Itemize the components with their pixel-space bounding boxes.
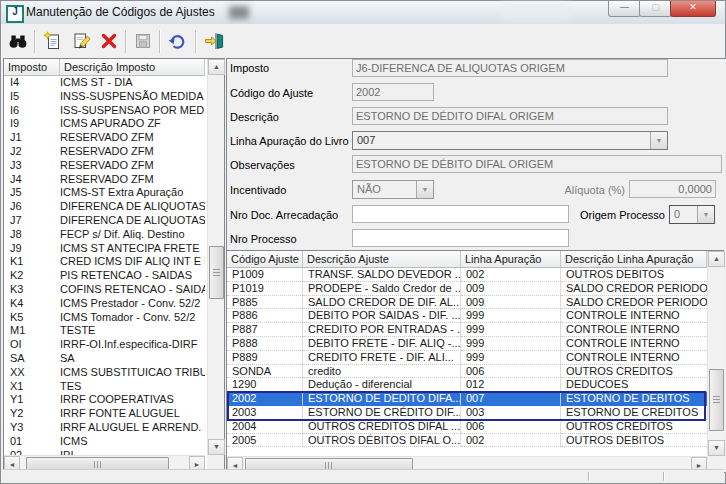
scroll-up-button[interactable]: ▲ xyxy=(708,251,725,267)
minimize-button[interactable]: — xyxy=(608,1,641,17)
grid-column-descricao-ajuste[interactable]: Descrição Ajuste xyxy=(303,251,461,268)
tax-code-cell: X1 xyxy=(4,380,60,394)
chevron-down-icon[interactable]: ▼ xyxy=(697,206,714,223)
tax-list-row[interactable]: 01ICMS xyxy=(4,435,205,449)
grid-cell-descricao_linha: ESTORNO DE CREDITOS xyxy=(561,406,707,420)
imposto-field[interactable] xyxy=(352,59,668,77)
grid-cell-linha: 009 xyxy=(461,296,561,310)
chevron-down-icon[interactable]: ▼ xyxy=(416,181,433,198)
tax-list-column-descricao[interactable]: Descrição Imposto xyxy=(60,59,205,76)
grid-row[interactable]: P1009TRANSF. SALDO DEVEDOR ...002OUTROS … xyxy=(227,268,707,282)
tax-desc-cell: IRRF-OI.Inf.especifica-DIRF xyxy=(60,338,205,352)
tax-list-column-imposto[interactable]: Imposto xyxy=(4,59,60,76)
maximize-button[interactable]: ▢ xyxy=(639,1,672,17)
grid-cell-descricao: TRANSF. SALDO DEVEDOR ... xyxy=(303,268,461,282)
save-button[interactable] xyxy=(129,28,156,55)
exit-button[interactable] xyxy=(200,28,227,55)
chevron-down-icon[interactable]: ▼ xyxy=(650,132,667,149)
grid-row[interactable]: P1019PRODEPE - Saldo Credor de ...009SAL… xyxy=(227,282,707,296)
nro-processo-field[interactable] xyxy=(352,229,569,247)
tax-list-row[interactable]: I9ICMS APURADO ZF xyxy=(4,117,205,131)
codigo-ajuste-field[interactable] xyxy=(352,83,434,101)
grid-row[interactable]: P889CREDITO FRETE - DIF. ALI...999CONTRO… xyxy=(227,351,707,365)
tax-list-row[interactable]: XXICMS SUBSTITUICAO TRIBUT xyxy=(4,366,205,380)
scroll-down-button[interactable]: ▼ xyxy=(708,440,725,456)
tax-list-row[interactable]: K2PIS RETENCAO - SAIDAS xyxy=(4,269,205,283)
tax-list-row[interactable]: J4RESERVADO ZFM xyxy=(4,173,205,187)
grid-column-codigo-ajuste[interactable]: Código Ajuste xyxy=(227,251,303,268)
aliquota-field[interactable] xyxy=(629,180,716,198)
tax-list-row[interactable]: K5ICMS Tomador - Conv. 52/2 xyxy=(4,311,205,325)
tax-desc-cell: IRRF COOPERATIVAS xyxy=(60,393,205,407)
tax-list-row[interactable]: SASA xyxy=(4,352,205,366)
descricao-field[interactable] xyxy=(352,107,668,125)
window-title: Manutenção de Códigos de Ajustes xyxy=(26,5,215,19)
tax-desc-cell: RESERVADO ZFM xyxy=(60,131,205,145)
delete-button[interactable] xyxy=(95,28,122,55)
tax-list-row[interactable]: OIIRRF-OI.Inf.especifica-DIRF xyxy=(4,338,205,352)
scroll-down-button[interactable]: ▼ xyxy=(208,439,225,455)
grid-vertical-scrollbar[interactable]: ▲ ▼ xyxy=(707,251,724,456)
delete-x-icon xyxy=(99,31,119,53)
toolbar-separator xyxy=(195,30,196,53)
tax-list-row[interactable]: Y1IRRF COOPERATIVAS xyxy=(4,393,205,407)
tax-list-row[interactable]: I4ICMS ST - DIA xyxy=(4,76,205,90)
scrollbar-thumb[interactable] xyxy=(709,369,724,431)
minimize-icon: — xyxy=(620,2,629,12)
grid-row[interactable]: P885SALDO CREDOR DE DIF. AL...009SALDO C… xyxy=(227,296,707,310)
grid-body: P1009TRANSF. SALDO DEVEDOR ...002OUTROS … xyxy=(227,268,707,456)
grid-cell-descricao_linha: OUTROS DEBITOS xyxy=(561,268,707,282)
tax-list-row[interactable]: K1CRED ICMS DIF ALIQ INT E I xyxy=(4,255,205,269)
tax-list-row[interactable]: J9ICMS ST ANTECIPA FRETE xyxy=(4,242,205,256)
tax-list-row[interactable]: K3COFINS RETENCAO - SAIDAS xyxy=(4,283,205,297)
tax-list-row[interactable]: J7DIFERENCA DE ALIQUOTAS xyxy=(4,214,205,228)
tax-list-row[interactable]: J2RESERVADO ZFM xyxy=(4,145,205,159)
tax-list-row[interactable]: J3RESERVADO ZFM xyxy=(4,159,205,173)
find-button[interactable] xyxy=(4,28,31,55)
grid-cell-codigo: SONDA xyxy=(227,365,303,379)
tax-list-row[interactable]: J6DIFERENCA DE ALIQUOTAS xyxy=(4,200,205,214)
incentivado-combo[interactable]: NÃO ▼ xyxy=(352,180,434,199)
app-icon: J xyxy=(6,5,24,23)
nro-doc-arrecadacao-field[interactable] xyxy=(352,205,569,223)
grid-row[interactable]: 2005OUTROS DÉBITOS DIFAL O...002OUTROS D… xyxy=(227,434,707,448)
grid-row[interactable]: 1290Dedução - diferencial012DEDUCOES xyxy=(227,378,707,392)
grid-row[interactable]: P886DEBITO POR SAIDAS - DIF. ...999CONTR… xyxy=(227,309,707,323)
observacoes-field[interactable] xyxy=(352,155,722,173)
tax-list-row[interactable]: J5ICMS-ST Extra Apuração xyxy=(4,186,205,200)
grid-row[interactable]: 2003ESTORNO DE CRÉDITO DIF...003ESTORNO … xyxy=(227,406,707,420)
tax-desc-cell: ICMS ST - DIA xyxy=(60,76,205,90)
grid-row[interactable]: 2002ESTORNO DE DEDITO DIFA...007ESTORNO … xyxy=(227,392,707,406)
tax-code-cell: Y2 xyxy=(4,407,60,421)
origem-processo-label: Origem Processo xyxy=(579,209,665,221)
tax-list-row[interactable]: K4ICMS Prestador - Conv. 52/2 xyxy=(4,297,205,311)
linha-apuracao-livro-combo[interactable]: 007 ▼ xyxy=(352,131,668,150)
grid-row[interactable]: P887CREDITO POR ENTRADAS - ...999CONTROL… xyxy=(227,323,707,337)
grid-row[interactable]: P888DEBITO FRETE - DIF. ALIQ -...999CONT… xyxy=(227,337,707,351)
scrollbar-thumb[interactable] xyxy=(209,246,224,299)
grid-row[interactable]: 2004OUTROS CREDITOS DIFAL ...006OUTROS C… xyxy=(227,420,707,434)
grid-cell-codigo: P885 xyxy=(227,296,303,310)
grid-column-descricao-linha-apuracao[interactable]: Descrição Linha Apuração xyxy=(561,251,707,268)
tax-list-row[interactable]: Y2IRRF FONTE ALUGUEL xyxy=(4,407,205,421)
close-button[interactable]: ✕ xyxy=(670,1,716,17)
tax-list-row[interactable]: M1TESTE xyxy=(4,324,205,338)
grid-column-linha-apuracao[interactable]: Linha Apuração xyxy=(461,251,561,268)
scroll-up-button[interactable]: ▲ xyxy=(208,59,225,75)
tax-list-row[interactable]: Y3IRRF ALUGUEL E ARREND. E xyxy=(4,421,205,435)
tax-list-row[interactable]: I5INSS-SUSPENSÃO MEDIDA JU xyxy=(4,90,205,104)
tax-desc-cell: SA xyxy=(60,352,205,366)
tax-list-row[interactable]: I6ISS-SUSPENSAO POR MED. J xyxy=(4,104,205,118)
tax-list-row[interactable]: J8FECP s/ Dif. Aliq. Destino xyxy=(4,228,205,242)
tax-list-vertical-scrollbar[interactable]: ▲ ▼ xyxy=(207,59,224,455)
grid-row[interactable]: SONDAcredito006OUTROS CREDITOS xyxy=(227,365,707,379)
undo-button[interactable] xyxy=(163,28,190,55)
tax-desc-cell: ISS-SUSPENSAO POR MED. J xyxy=(60,104,205,118)
edit-button[interactable] xyxy=(67,28,94,55)
tax-list-row[interactable]: J1RESERVADO ZFM xyxy=(4,131,205,145)
origem-processo-combo[interactable]: 0 ▼ xyxy=(669,205,715,224)
origem-processo-value: 0 xyxy=(674,208,680,220)
triangle-down-icon: ▼ xyxy=(713,444,720,451)
new-button[interactable] xyxy=(39,28,66,55)
tax-list-row[interactable]: X1TES xyxy=(4,380,205,394)
